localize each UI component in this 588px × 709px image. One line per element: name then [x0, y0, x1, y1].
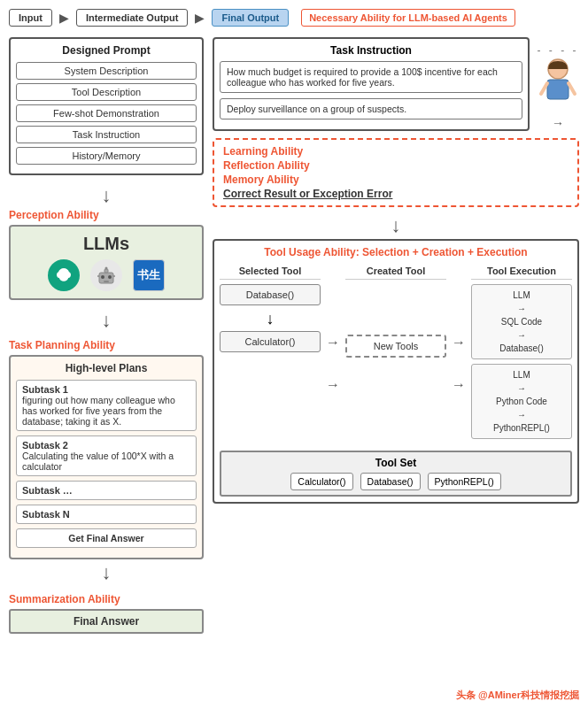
instruction-item-1-wrapper: How much budget is required to provide a… [220, 61, 522, 93]
dashes: - - - - [538, 44, 579, 57]
get-final-answer: Get Final Answer [16, 528, 197, 548]
created-tool-title: Created Tool [345, 266, 446, 280]
summarization-section: Summarization Ability Final Answer [9, 593, 204, 634]
toolset-pythonrepl: PythonREPL() [428, 473, 501, 490]
legend-final: Final Output [212, 9, 289, 27]
legend-input: Input [9, 9, 52, 27]
right-upper: Task Instruction How much budget is requ… [213, 37, 579, 131]
created-tool-col: Created Tool New Tools [345, 266, 446, 443]
subtask-2: Subtask 2 Calculating the value of 100*X… [16, 435, 197, 476]
arrow-to-exec: → → [452, 266, 466, 443]
prompt-fewshot: Few-shot Demonstration [16, 104, 197, 122]
tool-columns: Selected Tool Database() ↓ Calculator() … [220, 266, 572, 443]
summarization-label: Summarization Ability [9, 593, 204, 605]
human-figure-area: - - - - → [537, 44, 579, 130]
full-layout: Designed Prompt System Description Tool … [9, 37, 579, 634]
task-planning-label: Task Planning Ability [9, 339, 204, 351]
designed-prompt-title: Designed Prompt [16, 44, 197, 57]
human-icon [537, 57, 579, 114]
prompt-task-inst: Task Instruction [16, 126, 197, 143]
subtask-1-title: Subtask 1 [22, 384, 190, 395]
memory-ability: Memory Ability [223, 173, 569, 186]
high-level-plans-title: High-level Plans [16, 362, 197, 374]
subtask-dots: Subtask … [16, 481, 197, 500]
tool-set-title: Tool Set [226, 457, 566, 469]
subtask-dots-title: Subtask … [22, 485, 190, 496]
task-planning-box: High-level Plans Subtask 1 figuring out … [9, 355, 204, 559]
watermark: 头条 @AMiner科技情报挖掘 [456, 689, 579, 702]
shuxue-icon: 书生 [133, 259, 165, 291]
llms-title: LLMs [18, 234, 195, 254]
designed-prompt-box: Designed Prompt System Description Tool … [9, 37, 204, 175]
instruction-item-2-wrapper: Deploy surveillance on a group of suspec… [220, 98, 522, 119]
toolset-calculator: Calculator() [290, 473, 352, 490]
reflection-ability: Reflection Ability [223, 159, 569, 172]
subtask-n-title: Subtask N [22, 509, 190, 520]
subtask-n: Subtask N [16, 505, 197, 524]
abilities-right: Learning Ability Reflection Ability Memo… [213, 138, 579, 207]
left-column: Designed Prompt System Description Tool … [9, 37, 204, 634]
selected-tool-col: Selected Tool Database() ↓ Calculator() [220, 266, 321, 443]
exec-item-1: LLM→SQL Code→Database() [471, 284, 572, 359]
tool-set-box: Tool Set Calculator() Database() PythonR… [220, 451, 572, 497]
arrow-group: → [552, 116, 564, 130]
arrow-right-db: → [326, 335, 340, 351]
arrow-right-1: → [552, 116, 564, 130]
tool-set-items: Calculator() Database() PythonREPL() [226, 473, 566, 490]
llms-icons: 书生 [18, 259, 195, 291]
selected-tool-title: Selected Tool [220, 266, 321, 280]
svg-point-1 [101, 275, 104, 279]
arrow-down-2: ↓ [9, 309, 204, 332]
arrow-right-exec-1: → [452, 335, 466, 351]
arrow-down-1: ↓ [9, 184, 204, 207]
arrow-down-3: ↓ [9, 561, 204, 584]
tool-usage-section: Tool Usage Ability: Selection + Creation… [213, 239, 579, 504]
arrow-right-calc: → [326, 377, 340, 393]
prompt-tool-desc: Tool Description [16, 83, 197, 101]
arrow-legend-2: ▶ [195, 11, 205, 25]
execution-col: Tool Execution LLM→SQL Code→Database() L… [471, 266, 572, 443]
arrow-right-exec-2: → [452, 377, 466, 393]
subtask-2-desc: Calculating the value of 100*X with a ca… [22, 451, 190, 472]
legend-necessary: Necessary Ability for LLM-based AI Agent… [301, 9, 515, 27]
chatgpt-icon [48, 259, 80, 291]
llms-box: LLMs [9, 225, 204, 300]
svg-line-11 [569, 83, 575, 94]
exec-item-2: LLM→Python Code→PythonREPL() [471, 364, 572, 439]
robot-icon [90, 259, 122, 291]
svg-line-10 [541, 83, 547, 94]
prompt-history: History/Memory [16, 147, 197, 165]
prompt-system-desc: System Description [16, 62, 197, 80]
correct-result: Correct Result or Exception Error [223, 188, 569, 200]
svg-rect-4 [104, 269, 108, 273]
subtask-2-title: Subtask 2 [22, 440, 190, 451]
task-instruction-title: Task Instruction [220, 44, 522, 57]
subtask-1: Subtask 1 figuring out how many colleagu… [16, 380, 197, 431]
arrow-to-calc: ↓ [220, 310, 321, 328]
svg-point-5 [105, 267, 108, 270]
created-spacer [345, 284, 446, 330]
arrow-legend-1: ▶ [59, 11, 69, 25]
task-instruction-box: Task Instruction How much budget is requ… [213, 37, 530, 131]
tool-calculator: Calculator() [220, 331, 321, 352]
svg-rect-3 [104, 281, 109, 282]
svg-rect-9 [547, 80, 569, 99]
subtask-1-desc: figuring out how many colleague who has … [22, 395, 190, 427]
toolset-database: Database() [360, 473, 421, 490]
tool-usage-title: Tool Usage Ability: Selection + Creation… [220, 246, 572, 258]
svg-point-2 [108, 275, 112, 279]
perception-label: Perception Ability [9, 209, 204, 221]
new-tools-box: New Tools [345, 335, 446, 358]
summarization-box: Final Answer [9, 609, 204, 634]
right-column: Task Instruction How much budget is requ… [213, 37, 579, 634]
legend-intermediate: Intermediate Output [76, 9, 189, 27]
instruction-item-1: How much budget is required to provide a… [220, 61, 522, 93]
learning-ability: Learning Ability [223, 145, 569, 158]
legend-row: Input ▶ Intermediate Output ▶ Final Outp… [9, 9, 579, 27]
perception-section: Perception Ability LLMs [9, 209, 204, 300]
diagram-container: Input ▶ Intermediate Output ▶ Final Outp… [0, 0, 588, 709]
task-planning-section: Task Planning Ability High-level Plans S… [9, 339, 204, 559]
arrow-down-right: ↓ [213, 214, 579, 237]
arrows-col: → → [326, 266, 340, 443]
instruction-item-2: Deploy surveillance on a group of suspec… [220, 98, 522, 119]
